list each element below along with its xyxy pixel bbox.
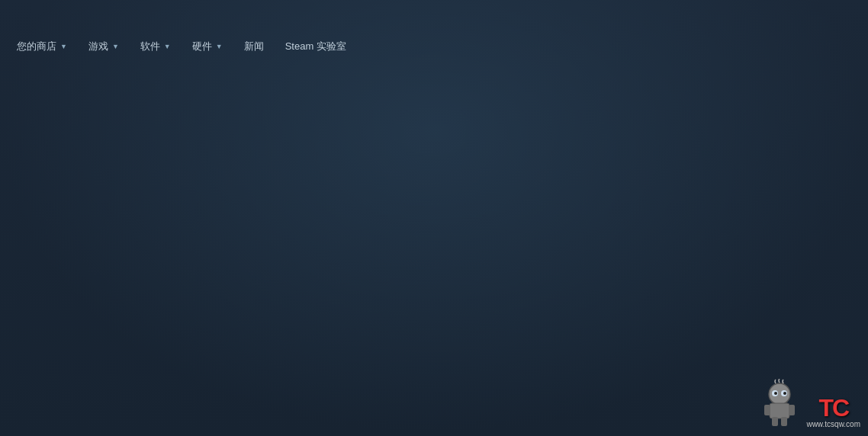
nav-label-steam-lab: Steam 实验室 — [285, 40, 346, 53]
chevron-icon: ▼ — [60, 43, 67, 50]
nav-item-games[interactable]: 游戏 ▼ — [78, 31, 130, 62]
watermark: TC www.tcsqw.com — [753, 379, 860, 428]
watermark-tc: TC — [818, 396, 848, 420]
page-wrapper: 愿望单 您的商店 ▼ 游戏 ▼ 软件 ▼ 硬件 ▼ 新闻 — [0, 0, 868, 436]
nav-label-your-store: 您的商店 — [17, 40, 56, 53]
nav-item-hardware[interactable]: 硬件 ▼ — [182, 31, 233, 62]
nav-item-your-store[interactable]: 您的商店 ▼ — [6, 31, 78, 62]
svg-point-9 — [783, 392, 786, 395]
svg-rect-3 — [789, 405, 795, 415]
watermark-domain: www.tcsqw.com — [806, 420, 860, 428]
svg-rect-5 — [781, 417, 787, 426]
nav-label-news: 新闻 — [244, 40, 264, 53]
nav-item-news[interactable]: 新闻 — [233, 31, 275, 62]
svg-rect-2 — [764, 405, 770, 415]
nav-label-hardware: 硬件 — [192, 40, 212, 53]
watermark-text-wrap: TC www.tcsqw.com — [806, 396, 860, 428]
chevron-icon: ▼ — [112, 43, 119, 50]
watermark-mascot — [753, 379, 806, 428]
nav-item-steam-lab[interactable]: Steam 实验室 — [275, 31, 357, 62]
nav-label-software: 软件 — [140, 40, 160, 53]
svg-rect-4 — [772, 417, 778, 426]
svg-point-8 — [774, 392, 777, 395]
nav-label-games: 游戏 — [88, 40, 108, 53]
background-overlay — [0, 0, 868, 436]
nav-item-software[interactable]: 软件 ▼ — [130, 31, 182, 62]
chevron-icon: ▼ — [216, 43, 223, 50]
mascot-svg — [753, 379, 806, 428]
chevron-icon: ▼ — [164, 43, 171, 50]
svg-rect-1 — [770, 403, 789, 418]
